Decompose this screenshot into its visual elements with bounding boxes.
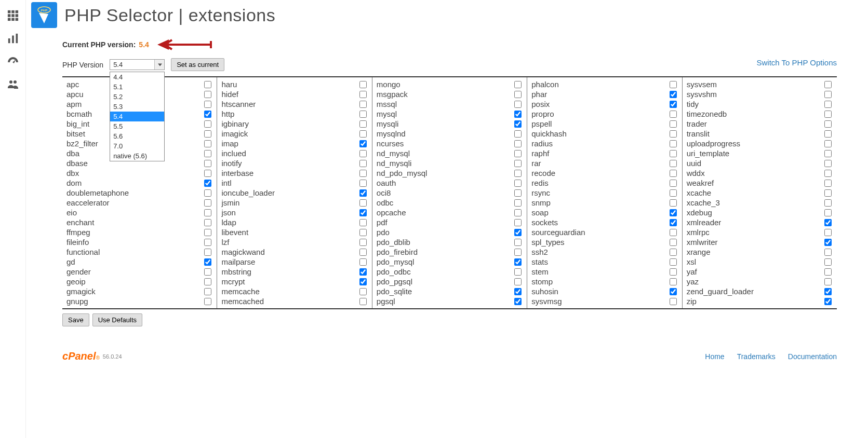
extension-checkbox[interactable] [514, 189, 522, 197]
extension-label[interactable]: pdo_sqlite [377, 287, 412, 296]
extension-checkbox[interactable] [204, 91, 211, 98]
extension-checkbox[interactable] [514, 130, 522, 138]
extension-checkbox[interactable] [824, 81, 832, 88]
extension-checkbox[interactable] [204, 150, 211, 157]
extension-checkbox[interactable] [514, 180, 522, 187]
extension-checkbox[interactable] [514, 111, 522, 118]
extension-checkbox[interactable] [359, 258, 367, 266]
extension-label[interactable]: nd_mysqli [377, 159, 412, 168]
extension-label[interactable]: uploadprogress [687, 139, 740, 148]
extension-label[interactable]: libevent [221, 228, 248, 237]
extension-checkbox[interactable] [670, 288, 677, 295]
extension-checkbox[interactable] [670, 130, 677, 138]
extension-checkbox[interactable] [670, 229, 677, 236]
use-defaults-button[interactable]: Use Defaults [92, 313, 142, 326]
extension-label[interactable]: hidef [221, 90, 238, 99]
extension-checkbox[interactable] [204, 258, 211, 266]
extension-checkbox[interactable] [359, 160, 367, 167]
extension-label[interactable]: dba [66, 149, 79, 158]
extension-checkbox[interactable] [204, 170, 211, 177]
extension-checkbox[interactable] [359, 101, 367, 108]
version-select[interactable]: 5.4 [110, 59, 165, 70]
extension-checkbox[interactable] [359, 111, 367, 118]
extension-label[interactable]: inclued [221, 149, 246, 158]
extension-checkbox[interactable] [359, 229, 367, 236]
extension-label[interactable]: translit [687, 129, 710, 138]
extension-checkbox[interactable] [204, 219, 211, 226]
extension-checkbox[interactable] [670, 91, 677, 98]
extension-label[interactable]: doublemetaphone [66, 188, 129, 197]
extension-label[interactable]: gmagick [66, 287, 96, 296]
extension-checkbox[interactable] [514, 120, 522, 128]
users-icon[interactable] [0, 73, 26, 95]
extension-label[interactable]: sysvmsg [531, 297, 562, 306]
extension-label[interactable]: enchant [66, 218, 94, 227]
extension-checkbox[interactable] [514, 199, 522, 207]
extension-label[interactable]: xmlwriter [687, 238, 718, 247]
extension-checkbox[interactable] [670, 81, 677, 88]
version-option[interactable]: 5.3 [110, 102, 164, 112]
extension-label[interactable]: pdo_mysql [377, 257, 415, 266]
extension-label[interactable]: sourceguardian [531, 228, 585, 237]
extension-checkbox[interactable] [204, 278, 211, 285]
version-option[interactable]: 7.0 [110, 141, 164, 151]
extension-label[interactable]: apm [66, 100, 82, 108]
extension-label[interactable]: recode [531, 169, 555, 177]
extension-label[interactable]: tidy [687, 100, 699, 108]
extension-label[interactable]: stats [531, 257, 548, 266]
extension-checkbox[interactable] [514, 298, 522, 305]
extension-label[interactable]: opcache [377, 208, 406, 217]
extension-checkbox[interactable] [204, 111, 211, 118]
extension-label[interactable]: imap [221, 139, 238, 148]
extension-label[interactable]: trader [687, 119, 707, 128]
extension-label[interactable]: pdo_odbc [377, 267, 411, 276]
extension-label[interactable]: phalcon [531, 80, 559, 89]
extension-checkbox[interactable] [204, 268, 211, 276]
extension-label[interactable]: mssql [377, 100, 397, 108]
extension-checkbox[interactable] [359, 209, 367, 216]
extension-label[interactable]: interbase [221, 169, 253, 177]
extension-label[interactable]: stem [531, 267, 549, 276]
extension-checkbox[interactable] [359, 278, 367, 285]
extension-label[interactable]: dom [66, 179, 82, 187]
footer-link[interactable]: Home [705, 352, 724, 361]
extension-checkbox[interactable] [824, 150, 832, 157]
version-option[interactable]: 5.6 [110, 131, 164, 141]
extension-checkbox[interactable] [204, 229, 211, 236]
extension-checkbox[interactable] [514, 258, 522, 266]
extension-checkbox[interactable] [514, 170, 522, 177]
extension-checkbox[interactable] [359, 81, 367, 88]
extension-checkbox[interactable] [204, 180, 211, 187]
extension-label[interactable]: zend_guard_loader [687, 287, 754, 296]
extension-label[interactable]: nd_pdo_mysql [377, 169, 428, 177]
extension-label[interactable]: wddx [687, 169, 705, 177]
extension-label[interactable]: soap [531, 208, 549, 217]
extension-label[interactable]: bitset [66, 129, 85, 138]
extension-checkbox[interactable] [359, 298, 367, 305]
extension-checkbox[interactable] [204, 81, 211, 88]
extension-label[interactable]: eaccelerator [66, 198, 110, 207]
extension-label[interactable]: xmlreader [687, 218, 722, 227]
extension-checkbox[interactable] [514, 140, 522, 147]
extension-label[interactable]: timezonedb [687, 110, 727, 118]
extension-checkbox[interactable] [514, 81, 522, 88]
extension-checkbox[interactable] [824, 101, 832, 108]
extension-checkbox[interactable] [514, 209, 522, 216]
extension-label[interactable]: oauth [377, 179, 396, 187]
extension-checkbox[interactable] [824, 120, 832, 128]
extension-label[interactable]: mongo [377, 80, 400, 89]
extension-checkbox[interactable] [824, 160, 832, 167]
extension-label[interactable]: mbstring [221, 267, 251, 276]
version-option[interactable]: native (5.6) [110, 151, 164, 161]
extension-label[interactable]: pgsql [377, 297, 395, 306]
extension-label[interactable]: ssh2 [531, 248, 548, 256]
extension-checkbox[interactable] [514, 278, 522, 285]
extension-checkbox[interactable] [204, 101, 211, 108]
extension-checkbox[interactable] [514, 101, 522, 108]
extension-label[interactable]: http [221, 110, 234, 118]
extension-checkbox[interactable] [670, 239, 677, 246]
extension-checkbox[interactable] [204, 209, 211, 216]
extension-checkbox[interactable] [824, 111, 832, 118]
version-option[interactable]: 4.4 [110, 72, 164, 82]
extension-checkbox[interactable] [359, 189, 367, 197]
